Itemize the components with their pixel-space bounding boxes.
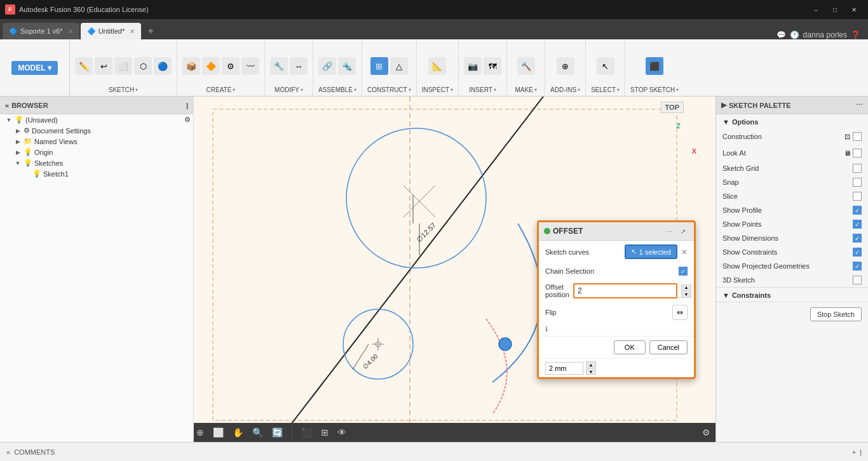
model-button[interactable]: MODEL ▾: [11, 61, 57, 75]
ok-button[interactable]: OK: [614, 340, 646, 354]
sketchgrid-checkbox[interactable]: [853, 164, 862, 173]
toolbar-group-inspect[interactable]: 📐 INSPECT ▾: [417, 39, 459, 96]
display-icon[interactable]: ⬛: [299, 426, 315, 439]
lookat-icon-btn[interactable]: 🖥: [841, 147, 853, 159]
assemble-group-label[interactable]: ASSEMBLE ▾: [318, 86, 356, 93]
showconstr-checkbox[interactable]: ✓: [853, 248, 862, 257]
toolbar-group-assemble[interactable]: 🔗 🔩 ASSEMBLE ▾: [313, 39, 362, 96]
mm-spin-up[interactable]: ▲: [586, 361, 596, 368]
inspect-group-label[interactable]: INSPECT ▾: [422, 86, 453, 93]
view-icon[interactable]: 👁: [335, 426, 349, 439]
showprojgeo-checkbox[interactable]: ✓: [853, 262, 862, 271]
root-settings-icon[interactable]: ⚙: [184, 116, 191, 124]
toolbar-group-make[interactable]: 🔨 MAKE ▾: [507, 39, 545, 96]
select-icon-1[interactable]: ↖: [597, 57, 614, 75]
chain-selection-checkbox[interactable]: ✓: [679, 267, 688, 276]
toolbar-group-stop-sketch[interactable]: ⬛ STOP SKETCH ▾: [625, 39, 684, 96]
sketch-icon-3[interactable]: ⬜: [114, 57, 132, 75]
offset-expand2-btn[interactable]: ↗: [677, 225, 689, 237]
showdim-checkbox[interactable]: ✓: [853, 234, 862, 243]
toolbar-group-modify[interactable]: 🔧 ↔ MODIFY ▾: [265, 39, 313, 96]
minimize-button[interactable]: –: [807, 3, 825, 17]
addins-group-label[interactable]: ADD-INS ▾: [550, 86, 580, 93]
add-comment-icon[interactable]: +: [852, 448, 856, 456]
select-group-label[interactable]: SELECT ▾: [591, 86, 620, 93]
sketch-icon-4[interactable]: ⬡: [134, 57, 152, 75]
expand-icon[interactable]: «: [6, 448, 10, 456]
tree-root[interactable]: ▼ 💡 (Unsaved) ⚙: [0, 114, 193, 125]
mm-spin-down[interactable]: ▼: [586, 368, 596, 375]
create-icon-2[interactable]: 🔶: [202, 57, 220, 75]
toolbar-group-select[interactable]: ↖ SELECT ▾: [586, 39, 625, 96]
sketch-icon-2[interactable]: ↩: [95, 57, 112, 75]
clear-selection-button[interactable]: ✕: [681, 248, 688, 257]
insert-icon-1[interactable]: 📷: [464, 57, 482, 75]
stop-sketch-button[interactable]: Stop Sketch: [810, 307, 862, 321]
assemble-icon-2[interactable]: 🔩: [338, 57, 356, 75]
offset-expand-btn[interactable]: ⋯: [663, 225, 675, 237]
nav-icon-1[interactable]: ⊕: [194, 426, 207, 439]
mm-input[interactable]: [545, 362, 583, 375]
construct-group-label[interactable]: CONSTRUCT ▾: [367, 86, 411, 93]
slice-checkbox[interactable]: [853, 192, 862, 201]
sketch-icon-5[interactable]: 🔵: [154, 57, 172, 75]
tab-close-soporte[interactable]: ✕: [68, 28, 73, 35]
zoom-icon[interactable]: 🔍: [250, 426, 266, 439]
modify-group-label[interactable]: MODIFY ▾: [275, 86, 303, 93]
nav-icon-2[interactable]: ⬜: [210, 426, 226, 439]
make-icon-1[interactable]: 🔨: [517, 57, 535, 75]
create-icon-3[interactable]: ⚙: [222, 57, 240, 75]
insert-icon-2[interactable]: 🗺: [484, 57, 501, 75]
tab-untitled[interactable]: 🔷 Untitled* ✕: [81, 23, 142, 39]
tree-named-views[interactable]: ▶ 📁 Named Views: [0, 136, 193, 147]
lookat-checkbox[interactable]: [853, 149, 862, 157]
create-icon-4[interactable]: 〰: [241, 57, 259, 75]
make-group-label[interactable]: MAKE ▾: [515, 86, 536, 93]
clock-icon[interactable]: 🕐: [790, 30, 799, 39]
showprofile-checkbox[interactable]: ✓: [853, 206, 862, 215]
selection-button[interactable]: ↖ 1 selected: [625, 244, 677, 259]
settings-icon[interactable]: ⚙: [697, 426, 715, 439]
toolbar-group-sketch[interactable]: ✏️ ↩ ⬜ ⬡ 🔵 SKETCH ▾: [70, 39, 177, 96]
construction-checkbox[interactable]: [853, 132, 862, 141]
pan-icon[interactable]: ✋: [230, 426, 246, 439]
create-group-label[interactable]: CREATE ▾: [207, 86, 236, 93]
flip-button[interactable]: ⇔: [672, 305, 688, 320]
addins-icon-1[interactable]: ⊕: [557, 57, 574, 75]
sketch-icon-1[interactable]: ✏️: [75, 57, 93, 75]
construct-icon-1[interactable]: ⊞: [370, 57, 388, 75]
modify-icon-1[interactable]: 🔧: [270, 57, 288, 75]
notification-icon[interactable]: 💬: [776, 30, 786, 39]
toolbar-group-construct[interactable]: ⊞ △ CONSTRUCT ▾: [362, 39, 417, 96]
help-icon[interactable]: ❓: [851, 30, 860, 39]
tree-origin[interactable]: ▶ 💡 Origin: [0, 147, 193, 157]
viewport[interactable]: ∅12.57 ∅4.00 TOP Z X OFFSET ⋯ ↗ Sket: [194, 97, 715, 442]
orbit-icon[interactable]: 🔄: [269, 426, 285, 439]
showpoints-checkbox[interactable]: ✓: [853, 220, 862, 229]
modify-icon-2[interactable]: ↔: [290, 57, 308, 75]
maximize-button[interactable]: □: [826, 3, 844, 17]
new-tab-button[interactable]: +: [142, 23, 159, 39]
toolbar-group-create[interactable]: 📦 🔶 ⚙ 〰 CREATE ▾: [177, 39, 265, 96]
tab-close-untitled[interactable]: ✕: [130, 28, 135, 35]
toolbar-group-addins[interactable]: ⊕ ADD-INS ▾: [545, 39, 586, 96]
spin-up-button[interactable]: ▲: [681, 284, 691, 291]
create-icon-1[interactable]: 📦: [182, 57, 200, 75]
sidebar-collapse-icon[interactable]: |: [860, 448, 862, 456]
tree-sketches[interactable]: ▼ 💡 Sketches: [0, 157, 193, 168]
snap-checkbox[interactable]: [853, 178, 862, 187]
spin-down-button[interactable]: ▼: [681, 291, 691, 298]
construct-icon-2[interactable]: △: [390, 57, 408, 75]
browser-header[interactable]: « BROWSER |: [0, 97, 193, 114]
inspect-icon-1[interactable]: 📐: [428, 57, 446, 75]
offset-position-input[interactable]: [573, 283, 677, 298]
insert-group-label[interactable]: INSERT ▾: [469, 86, 496, 93]
assemble-icon-1[interactable]: 🔗: [318, 57, 336, 75]
tree-doc-settings[interactable]: ▶ ⚙ Document Settings: [0, 125, 193, 136]
sketch-group-label[interactable]: SKETCH ▾: [109, 86, 139, 93]
tab-soporte[interactable]: 🔷 Soporte 1 v6* ✕: [3, 23, 79, 39]
construction-icon-btn[interactable]: ⊡: [841, 131, 853, 142]
toolbar-group-insert[interactable]: 📷 🗺 INSERT ▾: [459, 39, 507, 96]
sketch-palette-more-icon[interactable]: ⋯: [856, 101, 863, 109]
tree-sketch1[interactable]: 💡 Sketch1: [0, 168, 193, 179]
